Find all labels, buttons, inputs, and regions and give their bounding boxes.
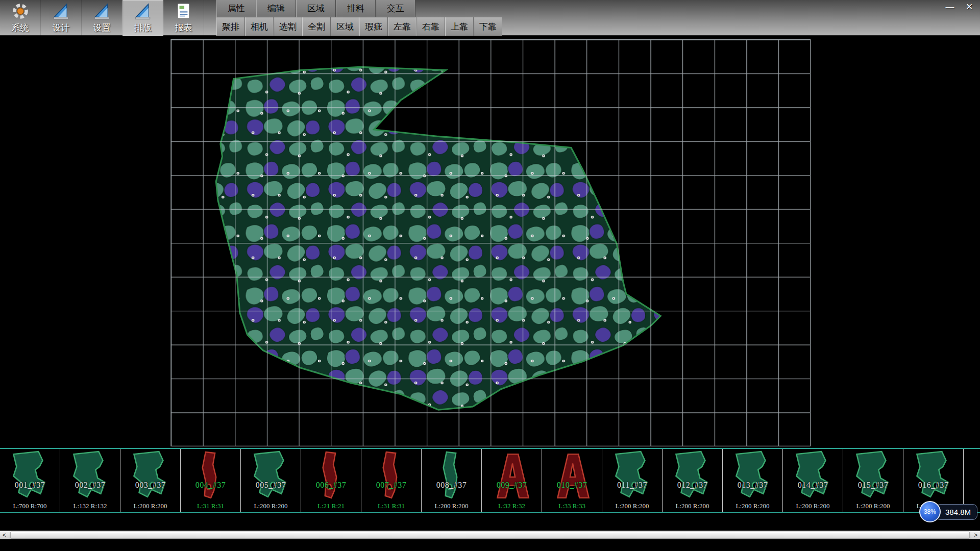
scroll-right-button[interactable]: > [971,531,980,539]
tool-button-align-top[interactable]: 上靠 [445,17,474,36]
piece-thumbnail[interactable]: 012_#37 L:200 R:200 [663,449,723,512]
design-button[interactable]: 设计 [41,0,82,36]
piece-name: 001_#37 [0,481,60,490]
piece-name: 015_#37 [843,481,903,490]
tool-button-defect[interactable]: 瑕疵 [359,17,388,36]
report-icon [175,2,193,20]
tool-button-row: 聚排相机选割全割区域瑕疵左靠右靠上靠下靠 [216,17,502,36]
menu-tab-row: 属性编辑区域排料交互 [216,0,502,17]
layout-button[interactable]: 排版 [122,0,163,36]
tool-button-select-cut[interactable]: 选割 [274,17,302,36]
piece-name: 012_#37 [663,481,722,490]
design-button-label: 设计 [53,22,70,34]
system-button[interactable]: 系统 [0,0,41,36]
report-button-label: 报表 [175,22,192,34]
piece-lr-count: L:200 R:200 [723,502,782,510]
close-button[interactable]: ✕ [964,2,975,12]
menu-tab-interaction[interactable]: 交互 [376,0,415,17]
settings-icon [93,2,111,20]
layout-icon [134,2,152,20]
scroll-thumb[interactable] [10,532,970,539]
piece-thumbnail[interactable]: 006_#37 L:21 R:21 [301,449,361,512]
piece-thumbnail[interactable]: 011_#37 L:200 R:200 [602,449,663,512]
menu-tab-properties[interactable]: 属性 [216,0,256,17]
design-icon [52,2,70,20]
piece-lr-count: L:200 R:200 [120,502,180,510]
piece-thumbnail[interactable]: 014_#37 L:200 R:200 [783,449,843,512]
minimize-button[interactable]: — [944,2,955,12]
piece-preview [730,450,775,502]
menu-tab-edit[interactable]: 编辑 [256,0,296,17]
piece-lr-count: L:32 R:32 [482,502,542,510]
nesting-svg [0,36,980,448]
piece-name: 010_#37 [542,481,602,490]
piece-preview [489,450,534,502]
piece-preview [550,450,595,502]
piece-name: 016_#37 [903,481,963,490]
grid [171,39,811,446]
report-button[interactable]: 报表 [163,0,204,36]
piece-thumbnail[interactable]: 008_#37 L:200 R:200 [422,449,482,512]
piece-thumbnail[interactable]: 009_#37 L:32 R:32 [482,449,542,512]
piece-thumbnail[interactable]: 015_#37 L:200 R:200 [843,449,903,512]
gear-icon [11,2,30,20]
piece-name: 002_#37 [60,481,120,490]
piece-name: 005_#37 [241,481,301,490]
piece-thumbnail[interactable]: 010_#37 L:33 R:33 [542,449,602,512]
piece-lr-count: L:31 R:31 [181,502,240,510]
menu-tab-region[interactable]: 区域 [296,0,336,17]
piece-preview [128,450,173,502]
piece-preview [670,450,715,502]
piece-preview [911,450,956,502]
filmstrip: 001_#37 L:700 R:700 002_#37 L:132 R:132 … [0,448,980,513]
piece-lr-count: L:200 R:200 [783,502,843,510]
piece-name: 003_#37 [120,481,180,490]
piece-preview [68,450,113,502]
piece-lr-count: L:33 R:33 [542,502,602,510]
window-controls: — ✕ [944,2,975,12]
tool-button-region[interactable]: 区域 [331,17,359,36]
piece-lr-count: L:132 R:132 [60,502,120,510]
piece-thumbnail[interactable]: 013_#37 L:200 R:200 [723,449,783,512]
piece-name: 007_#37 [361,481,421,490]
tool-button-cluster-nest[interactable]: 聚排 [216,17,245,36]
piece-name: 008_#37 [422,481,481,490]
piece-thumbnail[interactable]: 007_#37 L:31 R:31 [361,449,422,512]
piece-preview [429,450,474,502]
main-nav: 系统 设计 设置 排版 报表 [0,0,204,36]
piece-name: 009_#37 [482,481,542,490]
piece-name: 006_#37 [301,481,361,490]
piece-name: 014_#37 [783,481,843,490]
scroll-track[interactable] [9,531,971,539]
piece-preview [369,450,414,502]
piece-preview [791,450,836,502]
settings-button[interactable]: 设置 [82,0,122,36]
tool-button-align-right[interactable]: 右靠 [416,17,445,36]
piece-name: 013_#37 [723,481,782,490]
horizontal-scrollbar: < > [0,531,980,539]
tool-button-camera[interactable]: 相机 [245,17,274,36]
piece-preview [249,450,293,502]
piece-lr-count: L:21 R:21 [301,502,361,510]
system-button-label: 系统 [12,22,29,34]
piece-thumbnail[interactable]: 004_#37 L:31 R:31 [181,449,241,512]
menu-tab-nesting[interactable]: 排料 [336,0,376,17]
tool-button-align-bottom[interactable]: 下靠 [474,17,502,36]
progress-circle: 38% [919,501,941,522]
piece-lr-count: L:200 R:200 [422,502,481,510]
scroll-left-button[interactable]: < [0,531,9,539]
piece-thumbnail[interactable]: 005_#37 L:200 R:200 [241,449,301,512]
piece-thumbnail[interactable]: 003_#37 L:200 R:200 [120,449,181,512]
piece-preview [610,450,655,502]
piece-lr-count: L:200 R:200 [663,502,722,510]
tool-button-cut-all[interactable]: 全割 [302,17,331,36]
layout-button-label: 排版 [134,22,152,34]
piece-preview [188,450,233,502]
memory-label: 384.8M [936,504,977,520]
piece-thumbnail[interactable]: 001_#37 L:700 R:700 [0,449,60,512]
tool-button-align-left[interactable]: 左靠 [388,17,416,36]
piece-preview [8,450,53,502]
piece-thumbnail[interactable]: 002_#37 L:132 R:132 [60,449,120,512]
piece-name: 011_#37 [602,481,662,490]
nesting-canvas[interactable] [0,36,980,448]
